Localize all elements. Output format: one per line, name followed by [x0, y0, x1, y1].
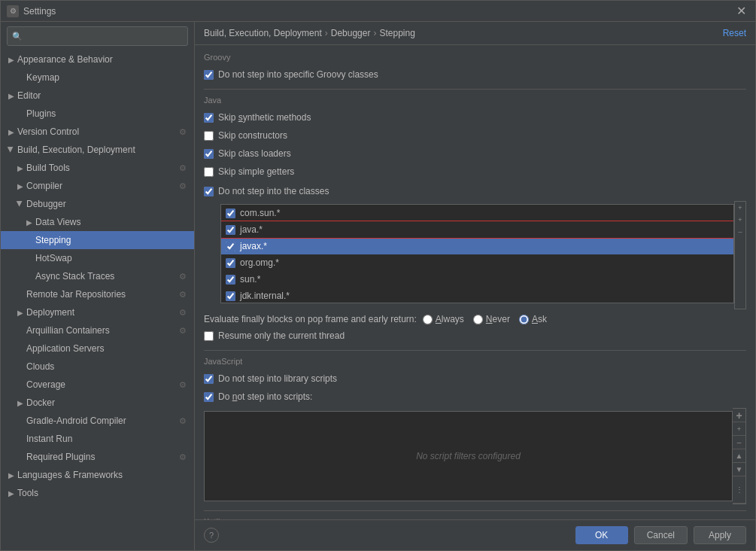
- class-checkbox-sun[interactable]: [226, 275, 235, 285]
- sidebar-item-build-exec[interactable]: ▶ Build, Execution, Deployment: [1, 141, 194, 159]
- arrow-icon: ▶: [7, 91, 16, 100]
- reset-button[interactable]: Reset: [723, 28, 746, 38]
- sidebar-item-async-stack[interactable]: Async Stack Traces ⚙: [1, 267, 194, 285]
- sidebar-item-remote-jar[interactable]: Remote Jar Repositories ⚙: [1, 285, 194, 303]
- arrow-icon: [16, 344, 25, 353]
- sidebar-item-tools[interactable]: ▶ Tools: [1, 484, 194, 502]
- sidebar-item-hotswap[interactable]: HotSwap: [1, 249, 194, 267]
- skip-simple-getters-label[interactable]: Skip simple getters: [218, 166, 294, 177]
- skip-constructors-label[interactable]: Skip constructors: [218, 130, 287, 141]
- skip-constructors-checkbox[interactable]: [204, 131, 214, 141]
- sidebar-item-clouds[interactable]: Clouds: [1, 358, 194, 376]
- resume-thread-checkbox[interactable]: [204, 331, 214, 341]
- class-label-jdk-internal: jdk.internal.*: [240, 291, 290, 301]
- skip-synthetic-label[interactable]: Skip synthetic methods: [218, 112, 311, 123]
- sidebar-item-gradle-android[interactable]: Gradle-Android Compiler ⚙: [1, 412, 194, 430]
- sidebar-item-docker[interactable]: ▶ Docker: [1, 394, 194, 412]
- eval-never-label[interactable]: Never: [486, 314, 510, 324]
- sidebar-item-label: Build Tools: [26, 163, 176, 173]
- skip-simple-getters-checkbox[interactable]: [204, 167, 214, 177]
- sidebar-item-languages[interactable]: ▶ Languages & Frameworks: [1, 466, 194, 484]
- js-down-button[interactable]: ▼: [733, 463, 745, 476]
- scroll-add2-button[interactable]: +: [735, 214, 745, 226]
- class-row-sun[interactable]: sun.*: [221, 271, 733, 288]
- ok-button[interactable]: OK: [575, 526, 628, 544]
- eval-always-option[interactable]: Always: [423, 314, 464, 324]
- sidebar-item-keymap[interactable]: Keymap: [1, 68, 194, 87]
- arrow-icon: [25, 254, 34, 263]
- js-add-button[interactable]: +: [733, 409, 745, 422]
- no-step-scripts-label[interactable]: Do not step into scripts:: [218, 391, 312, 402]
- class-checkbox-org-omg[interactable]: [226, 258, 235, 268]
- do-not-step-label[interactable]: Do not step into the classes: [218, 186, 329, 196]
- js-add2-button[interactable]: +: [733, 422, 745, 436]
- sidebar-item-plugins[interactable]: Plugins: [1, 105, 194, 123]
- search-box[interactable]: 🔍: [7, 26, 188, 46]
- do-not-step-checkbox[interactable]: [204, 187, 214, 196]
- close-button[interactable]: ✕: [733, 4, 749, 18]
- groovy-no-step-label[interactable]: Do not step into specific Groovy classes: [218, 69, 378, 80]
- js-remove-button[interactable]: –: [733, 436, 745, 449]
- no-step-scripts-checkbox[interactable]: [204, 392, 214, 402]
- eval-never-radio[interactable]: [473, 315, 483, 324]
- class-row-org-omg[interactable]: org.omg.*: [221, 254, 733, 271]
- sidebar-item-data-views[interactable]: ▶ Data Views: [1, 213, 194, 231]
- sidebar-item-label: Remote Jar Repositories: [26, 289, 176, 300]
- sidebar-item-compiler[interactable]: ▶ Compiler ⚙: [1, 177, 194, 195]
- eval-ask-radio[interactable]: [519, 315, 529, 324]
- class-row-javax[interactable]: javax.*: [221, 238, 733, 254]
- sidebar-item-app-servers[interactable]: Application Servers: [1, 339, 194, 358]
- groovy-no-step-checkbox[interactable]: [204, 70, 214, 80]
- class-checkbox-com-sun[interactable]: [226, 209, 235, 218]
- class-row-java[interactable]: java.*: [221, 221, 733, 238]
- sidebar-item-version-control[interactable]: ▶ Version Control ⚙: [1, 123, 194, 141]
- sidebar-item-required-plugins[interactable]: Required Plugins ⚙: [1, 448, 194, 466]
- sidebar-item-label: Docker: [26, 397, 188, 408]
- class-row-jdk-internal[interactable]: jdk.internal.*: [221, 288, 733, 303]
- sidebar-item-label: Data Views: [35, 217, 188, 227]
- sidebar-item-instant-run[interactable]: Instant Run: [1, 430, 194, 448]
- eval-never-option[interactable]: Never: [473, 314, 510, 324]
- gear-icon: ⚙: [178, 452, 188, 462]
- eval-ask-option[interactable]: Ask: [519, 314, 547, 324]
- search-input[interactable]: [26, 31, 183, 41]
- class-checkbox-java[interactable]: [226, 225, 235, 235]
- sidebar-item-label: Debugger: [26, 199, 188, 209]
- gear-icon: ⚙: [178, 325, 188, 336]
- eval-always-radio[interactable]: [423, 315, 433, 324]
- sidebar-item-appearance[interactable]: ▶ Appearance & Behavior: [1, 50, 194, 68]
- eval-always-label[interactable]: Always: [436, 314, 464, 324]
- titlebar: ⚙ Settings ✕: [1, 1, 755, 22]
- classes-container: com.sun.* java.* javax.*: [220, 201, 746, 309]
- skip-class-loaders-checkbox[interactable]: [204, 149, 214, 159]
- sidebar-item-debugger[interactable]: ▶ Debugger: [1, 195, 194, 213]
- bottom-bar: ? OK Cancel Apply: [195, 519, 755, 550]
- classes-scroll-area[interactable]: com.sun.* java.* javax.*: [221, 205, 733, 303]
- scroll-up-button[interactable]: +: [735, 202, 745, 214]
- sidebar-item-editor[interactable]: ▶ Editor: [1, 87, 194, 105]
- scroll-down-button[interactable]: –: [735, 226, 745, 238]
- js-up-button[interactable]: ▲: [733, 449, 745, 463]
- skip-class-loaders-label[interactable]: Skip class loaders: [218, 148, 291, 159]
- class-checkbox-jdk-internal[interactable]: [226, 291, 235, 301]
- sidebar-item-build-tools[interactable]: ▶ Build Tools ⚙: [1, 159, 194, 177]
- class-row-com-sun[interactable]: com.sun.*: [221, 205, 733, 221]
- class-checkbox-javax[interactable]: [226, 242, 235, 251]
- resume-thread-label[interactable]: Resume only the current thread: [218, 330, 345, 341]
- eval-ask-label[interactable]: Ask: [532, 314, 547, 324]
- skip-synthetic-checkbox[interactable]: [204, 113, 214, 123]
- groovy-no-step-row: Do not step into specific Groovy classes: [204, 66, 746, 83]
- sidebar-item-arquillian[interactable]: Arquillian Containers ⚙: [1, 321, 194, 339]
- apply-button[interactable]: Apply: [694, 526, 746, 544]
- sidebar-item-label: Version Control: [17, 126, 176, 137]
- help-button[interactable]: ?: [204, 528, 219, 543]
- sidebar-item-stepping[interactable]: Stepping: [1, 231, 194, 249]
- sidebar-item-deployment[interactable]: ▶ Deployment ⚙: [1, 303, 194, 321]
- eval-radio-group: Always Never Ask: [423, 314, 547, 324]
- js-more-button[interactable]: ⋮: [733, 476, 745, 504]
- no-step-library-label[interactable]: Do not step into library scripts: [218, 373, 337, 384]
- sidebar-item-coverage[interactable]: Coverage ⚙: [1, 376, 194, 394]
- no-step-library-checkbox[interactable]: [204, 374, 214, 384]
- cancel-button[interactable]: Cancel: [634, 526, 688, 544]
- sidebar-item-label: Keymap: [26, 72, 188, 83]
